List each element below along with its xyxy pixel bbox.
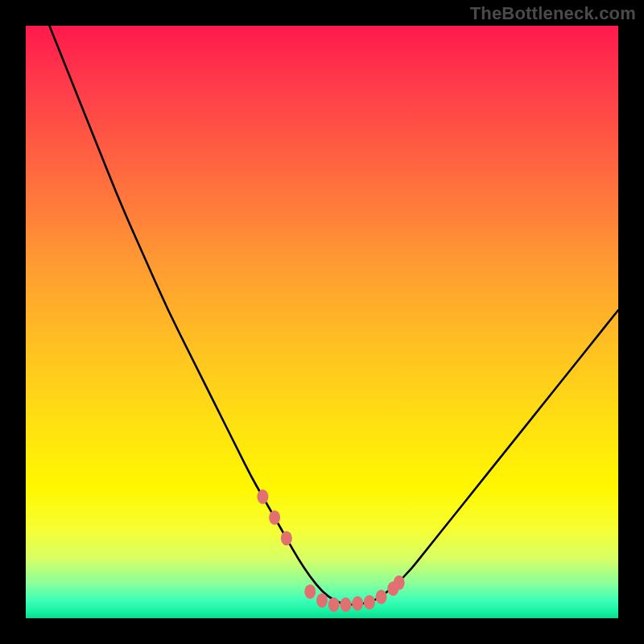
marker-dot bbox=[281, 531, 292, 546]
marker-dot bbox=[328, 597, 340, 612]
marker-dot bbox=[316, 593, 328, 608]
marker-dot bbox=[340, 597, 351, 612]
marker-dot bbox=[364, 595, 375, 609]
bottleneck-curve bbox=[49, 26, 618, 605]
marker-dot bbox=[352, 597, 363, 611]
marker-dot bbox=[269, 510, 280, 525]
chart-frame: TheBottleneck.com bbox=[0, 0, 644, 644]
chart-plot-area bbox=[26, 26, 618, 618]
chart-svg bbox=[26, 26, 618, 618]
marker-dot bbox=[394, 576, 405, 590]
marker-dot bbox=[257, 489, 268, 504]
low-bottleneck-markers bbox=[257, 489, 404, 612]
marker-dot bbox=[304, 584, 316, 599]
watermark-text: TheBottleneck.com bbox=[470, 3, 636, 24]
marker-dot bbox=[376, 590, 387, 605]
